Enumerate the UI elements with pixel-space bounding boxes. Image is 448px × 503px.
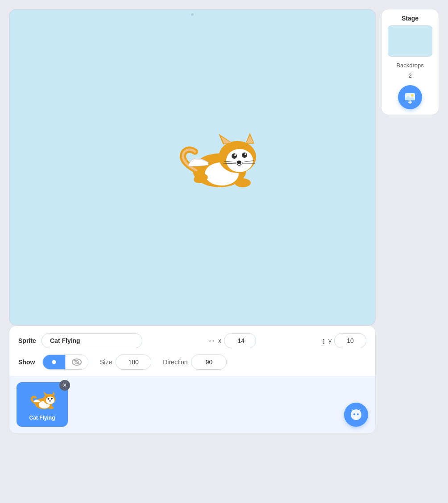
svg-point-38	[49, 406, 54, 409]
show-visible-button[interactable]	[43, 355, 66, 369]
svg-point-32	[46, 396, 55, 404]
add-sprite-icon	[349, 408, 363, 421]
direction-label: Direction	[163, 359, 187, 366]
sprite-card[interactable]: ✕	[17, 382, 68, 427]
y-coord-group: ↕ y	[321, 333, 366, 348]
size-group: Size	[100, 355, 151, 370]
svg-point-7	[226, 149, 253, 172]
size-input[interactable]	[116, 355, 151, 370]
y-input[interactable]	[334, 333, 366, 348]
size-label: Size	[100, 359, 112, 366]
svg-point-12	[242, 153, 247, 158]
sprite-name-input[interactable]	[41, 333, 142, 348]
main-container: Sprite ↔ x ↕ y Show	[9, 9, 439, 433]
sprite-info-panel: Sprite ↔ x ↕ y Show	[9, 326, 376, 433]
sprite-card-thumbnail	[28, 388, 57, 413]
svg-point-19	[235, 178, 251, 187]
svg-point-37	[49, 400, 50, 401]
svg-point-10	[234, 154, 236, 156]
cat-sprite	[170, 130, 260, 193]
y-label: y	[328, 337, 332, 344]
x-label: x	[218, 337, 221, 344]
sprite-delete-button[interactable]: ✕	[59, 380, 70, 391]
backdrops-count: 2	[408, 72, 411, 79]
sprite-props-row: Show	[18, 355, 366, 370]
show-label: Show	[18, 359, 36, 366]
direction-group: Direction	[163, 355, 227, 370]
sprites-list-area: ✕	[9, 376, 375, 433]
svg-point-36	[51, 398, 53, 400]
sprite-label: Sprite	[18, 337, 36, 344]
add-sprite-button[interactable]	[344, 403, 368, 427]
x-axis-icon: ↔	[207, 336, 216, 346]
backdrops-label: Backdrops	[396, 62, 423, 69]
svg-point-43	[357, 413, 359, 415]
stage-canvas	[9, 9, 376, 326]
svg-marker-31	[52, 391, 55, 395]
sprite-controls-row: Sprite ↔ x ↕ y	[18, 333, 366, 348]
direction-input[interactable]	[191, 355, 227, 370]
svg-point-34	[48, 398, 50, 400]
stage-right-panel: Stage Backdrops 2	[381, 9, 439, 115]
svg-point-14	[237, 161, 241, 164]
svg-point-13	[245, 153, 246, 155]
x-coord-group: ↔ x	[207, 333, 256, 348]
y-axis-icon: ↕	[321, 336, 326, 346]
add-backdrop-button[interactable]	[398, 85, 422, 109]
svg-marker-30	[43, 392, 48, 395]
stage-thumbnail[interactable]	[388, 25, 432, 57]
svg-point-42	[353, 413, 355, 415]
svg-point-47	[411, 94, 414, 97]
sprite-card-name: Cat Flying	[29, 415, 55, 421]
svg-point-23	[53, 361, 55, 363]
stage-title: Stage	[402, 15, 419, 22]
show-hidden-button[interactable]	[66, 355, 88, 369]
show-toggle	[42, 355, 88, 370]
x-input[interactable]	[224, 333, 256, 348]
svg-point-9	[232, 153, 237, 159]
add-backdrop-icon	[403, 91, 417, 104]
